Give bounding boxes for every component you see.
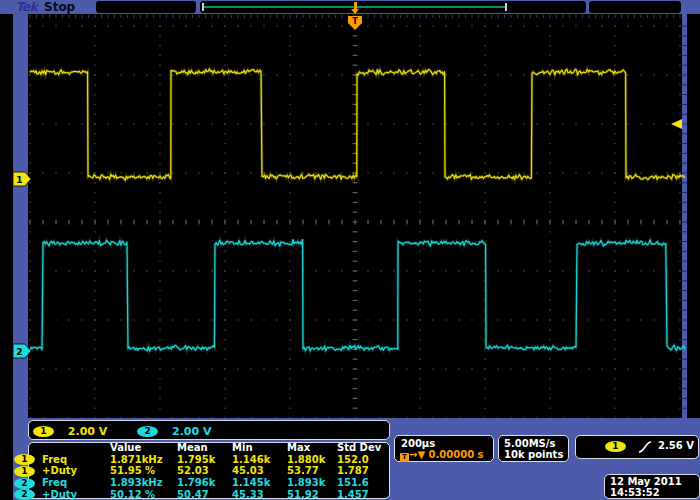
channel-2-badge: 2 <box>14 478 35 489</box>
col-header-min: Min <box>232 442 287 454</box>
trigger-position-bar-icon[interactable] <box>351 1 360 14</box>
channel-1-scale: 2.00 V <box>68 425 107 438</box>
channel-1-badge[interactable]: 1 <box>33 426 54 437</box>
trigger-delay-arrows-icon: →▼ <box>409 449 425 460</box>
meas-mean: 50.47 <box>177 489 232 500</box>
meas-label: Freq <box>42 454 110 466</box>
record-length-readout: 10k points <box>504 449 563 460</box>
channel-2-scale: 2.00 V <box>172 425 211 438</box>
rising-edge-icon <box>638 440 652 454</box>
col-header-stddev: Std Dev <box>337 442 392 454</box>
record-view-right-bracket <box>505 3 507 11</box>
record-view-bar[interactable] <box>200 1 586 13</box>
meas-stddev: 151.6 <box>337 477 392 489</box>
meas-row-badge: 1 <box>14 454 42 466</box>
bottom-readout-panel: 1 2.00 V 2 2.00 V Value Mean Min Max Std… <box>13 418 700 500</box>
meas-mean: 1.795k <box>177 454 232 466</box>
timebase-readout: 200µs <box>401 438 435 449</box>
meas-label: Freq <box>42 477 110 489</box>
svg-text:T: T <box>352 17 358 26</box>
acquisition-status: Stop <box>44 0 75 14</box>
meas-min: 1.145k <box>232 477 287 489</box>
col-header-max: Max <box>287 442 337 454</box>
meas-min: 1.146k <box>232 454 287 466</box>
trigger-t-icon: T <box>400 453 409 462</box>
channel-scale-box[interactable]: 1 2.00 V 2 2.00 V <box>28 420 390 440</box>
trigger-delay-readout: T→▼ 0.00000 s <box>400 449 484 462</box>
meas-value: 51.95 % <box>110 465 177 477</box>
meas-row-badge: 2 <box>14 477 42 489</box>
meas-stddev: 1.457 <box>337 489 392 500</box>
meas-value: 50.12 % <box>110 489 177 500</box>
meas-max: 51.92 <box>287 489 337 500</box>
status-box-right <box>589 1 681 13</box>
time-readout: 14:53:52 <box>610 487 660 498</box>
meas-stddev: 152.0 <box>337 454 392 466</box>
channel-scale-row: 1 2.00 V 2 2.00 V <box>33 424 238 438</box>
meas-max: 53.77 <box>287 465 337 477</box>
trigger-position-stem <box>354 2 357 9</box>
left-frame-strip <box>13 14 28 420</box>
oscilloscope-display: Tek Stop 12T 1 2.00 V 2 2.00 V Value <box>0 0 700 500</box>
meas-label: +Duty <box>42 465 110 477</box>
meas-min: 45.03 <box>232 465 287 477</box>
meas-value: 1.893kHz <box>110 477 177 489</box>
horizontal-settings-box[interactable]: 200µs T→▼ 0.00000 s <box>394 435 494 462</box>
meas-min: 45.33 <box>232 489 287 500</box>
top-status-bar: Tek Stop <box>0 0 700 14</box>
meas-mean: 1.796k <box>177 477 232 489</box>
channel-2-badge: 2 <box>14 489 35 500</box>
meas-max: 1.880k <box>287 454 337 466</box>
trigger-settings-box[interactable]: 1 2.56 V <box>575 435 699 459</box>
trigger-source-badge: 1 <box>605 441 626 452</box>
meas-mean: 52.03 <box>177 465 232 477</box>
meas-max: 1.893k <box>287 477 337 489</box>
meas-value: 1.871kHz <box>110 454 177 466</box>
meas-row-badge: 2 <box>14 489 42 500</box>
svg-text:1: 1 <box>16 175 22 185</box>
col-header-value: Value <box>110 442 177 454</box>
channel-1-badge: 1 <box>14 466 35 477</box>
trigger-delay-value: 0.00000 s <box>429 449 484 460</box>
channel-1-badge: 1 <box>14 454 35 465</box>
channel-2-badge[interactable]: 2 <box>137 426 158 437</box>
tek-logo: Tek <box>16 0 37 14</box>
datetime-box: 12 May 2011 14:53:52 <box>604 474 700 499</box>
acquisition-box[interactable]: 5.00MS/s 10k points <box>498 435 569 462</box>
svg-text:2: 2 <box>16 347 22 357</box>
col-header-mean: Mean <box>177 442 232 454</box>
status-box-left <box>96 1 196 13</box>
meas-row-badge: 1 <box>14 465 42 477</box>
trigger-level-readout: 2.56 V <box>658 440 694 451</box>
record-view-left-bracket <box>202 3 204 11</box>
waveform-screen: 12T <box>0 14 700 420</box>
meas-stddev: 1.787 <box>337 465 392 477</box>
sample-rate-readout: 5.00MS/s <box>504 438 555 449</box>
date-readout: 12 May 2011 <box>610 476 682 487</box>
measurement-table: Value Mean Min Max Std Dev 1 Freq 1.871k… <box>14 442 392 500</box>
meas-label: +Duty <box>42 489 110 500</box>
